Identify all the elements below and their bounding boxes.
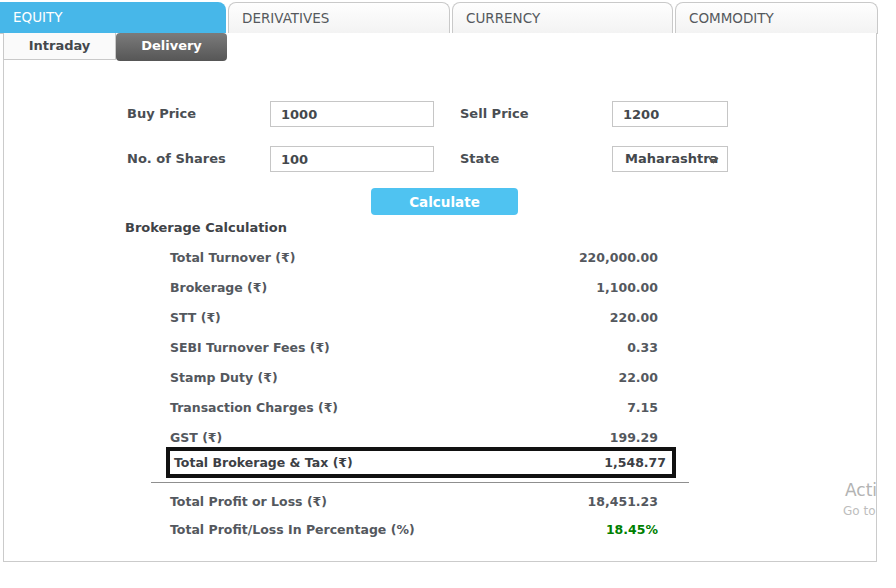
result-label: Brokerage (₹) xyxy=(170,278,267,298)
result-value: 1,548.77 xyxy=(604,455,666,470)
result-row-gst: GST (₹) 199.29 xyxy=(170,428,658,448)
result-label: Total Brokerage & Tax (₹) xyxy=(174,455,353,470)
shares-input[interactable] xyxy=(270,146,434,172)
result-value: 220,000.00 xyxy=(579,248,658,268)
tab-equity[interactable]: EQUITY xyxy=(0,2,226,33)
sell-price-label: Sell Price xyxy=(460,106,529,121)
shares-label: No. of Shares xyxy=(127,151,226,166)
results-heading: Brokerage Calculation xyxy=(125,220,287,235)
result-row-stt: STT (₹) 220.00 xyxy=(170,308,658,328)
activate-windows-watermark-line1: Acti xyxy=(845,480,877,500)
result-label: Total Turnover (₹) xyxy=(170,248,295,268)
calculate-button[interactable]: Calculate xyxy=(371,188,518,215)
state-label: State xyxy=(460,151,499,166)
result-label: Total Profit/Loss In Percentage (%) xyxy=(170,520,415,540)
result-label: SEBI Turnover Fees (₹) xyxy=(170,338,330,358)
subtab-intraday[interactable]: Intraday xyxy=(3,33,116,60)
result-value: 0.33 xyxy=(627,338,658,358)
result-row-total-profit-loss: Total Profit or Loss (₹) 18,451.23 xyxy=(170,492,658,512)
tab-commodity[interactable]: COMMODITY xyxy=(675,2,878,33)
result-row-total-brokerage-tax-highlighted: Total Brokerage & Tax (₹) 1,548.77 xyxy=(166,447,676,478)
result-label: STT (₹) xyxy=(170,308,221,328)
result-row-profit-loss-percentage: Total Profit/Loss In Percentage (%) 18.4… xyxy=(170,520,658,540)
state-select-value: Maharashtra xyxy=(625,151,718,166)
result-row-brokerage: Brokerage (₹) 1,100.00 xyxy=(170,278,658,298)
tab-derivatives[interactable]: DERIVATIVES xyxy=(228,2,450,33)
activate-windows-watermark-line2: Go to xyxy=(843,504,876,518)
buy-price-label: Buy Price xyxy=(127,106,196,121)
result-row-transaction-charges: Transaction Charges (₹) 7.15 xyxy=(170,398,658,418)
result-value: 1,100.00 xyxy=(596,278,658,298)
result-row-sebi-fees: SEBI Turnover Fees (₹) 0.33 xyxy=(170,338,658,358)
subtab-delivery[interactable]: Delivery xyxy=(116,33,227,61)
result-value: 220.00 xyxy=(610,308,658,328)
state-select[interactable]: Maharashtra xyxy=(612,146,728,172)
result-row-stamp-duty: Stamp Duty (₹) 22.00 xyxy=(170,368,658,388)
result-value-percentage: 18.45% xyxy=(606,520,658,540)
result-value: 22.00 xyxy=(618,368,658,388)
result-label: GST (₹) xyxy=(170,428,222,448)
result-value: 199.29 xyxy=(610,428,658,448)
highlight-box-underline xyxy=(151,482,689,483)
result-value: 7.15 xyxy=(627,398,658,418)
tab-currency[interactable]: CURRENCY xyxy=(452,2,673,33)
result-label: Transaction Charges (₹) xyxy=(170,398,338,418)
result-label: Total Profit or Loss (₹) xyxy=(170,492,327,512)
result-value: 18,451.23 xyxy=(588,492,658,512)
result-label: Stamp Duty (₹) xyxy=(170,368,278,388)
result-row-total-turnover: Total Turnover (₹) 220,000.00 xyxy=(170,248,658,268)
sell-price-input[interactable] xyxy=(612,101,728,127)
buy-price-input[interactable] xyxy=(270,101,434,127)
